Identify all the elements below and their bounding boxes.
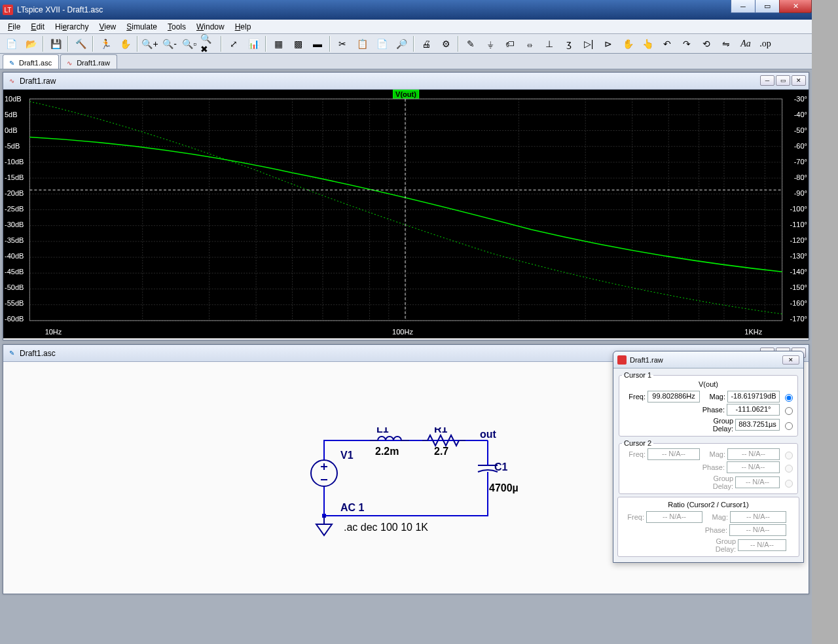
y2-axis-tick: -120°	[790, 236, 807, 244]
cursor-panel-title: Draft1.raw	[630, 356, 663, 364]
svg-text:out: out	[480, 429, 497, 440]
title-bar: LT LTspice XVII - Draft1.asc ─ ▭ ✕	[0, 0, 812, 20]
zoom-in-icon[interactable]: 🔍+	[141, 35, 159, 52]
close-win-icon[interactable]: ▬	[308, 35, 327, 52]
cascade-icon[interactable]: ▩	[289, 35, 307, 52]
print-icon[interactable]: 🖨	[417, 35, 435, 52]
schematic-icon: ✎	[7, 349, 16, 358]
menu-edit[interactable]: Edit	[26, 21, 50, 33]
redo-icon[interactable]: ↷	[678, 35, 696, 52]
menu-help[interactable]: Help	[230, 21, 257, 33]
cursor1-gd-radio[interactable]	[785, 422, 793, 430]
cursor1-phase-radio[interactable]	[785, 407, 793, 415]
pick-trace-icon[interactable]: 📊	[244, 35, 263, 52]
component-icon[interactable]: ⊳	[599, 35, 617, 52]
cursor1-freq-field[interactable]: 99.802886Hz	[647, 391, 700, 402]
mirror-icon[interactable]: ⇋	[717, 35, 735, 52]
diode-icon[interactable]: ▷|	[579, 35, 598, 52]
menu-window[interactable]: Window	[191, 21, 230, 33]
save-icon[interactable]: 💾	[46, 35, 65, 52]
cursor-ratio-section: Ratio (Cursor2 / Cursor1) Freq: -- N/A--…	[617, 497, 799, 557]
move-icon[interactable]: ✋	[619, 35, 637, 52]
plot-area[interactable]: V(out) 10dB5dB0dB-5dB-10dB-15dB-20dB-25d…	[3, 90, 809, 338]
spice-directive-icon[interactable]: .op	[756, 35, 774, 52]
zoom-fit-icon[interactable]: 🔍▫	[180, 35, 198, 52]
copy-icon[interactable]: 📋	[353, 35, 371, 52]
plot-maximize-button[interactable]: ▭	[776, 75, 790, 86]
menu-hierarchy[interactable]: Hierarchy	[50, 21, 94, 33]
menu-file[interactable]: File	[3, 21, 26, 33]
cursor2-section: Cursor 2 Freq: -- N/A-- Mag: -- N/A-- Ph…	[619, 439, 798, 494]
menu-tools[interactable]: Tools	[162, 21, 191, 33]
halt-icon[interactable]: ✋	[116, 35, 134, 52]
mag-label: Mag:	[702, 393, 725, 401]
tab-draft1-asc[interactable]: ✎Draft1.asc	[3, 54, 59, 69]
menu-simulate[interactable]: Simulate	[121, 21, 162, 33]
cursor1-mag-radio[interactable]	[785, 394, 793, 402]
print-setup-icon[interactable]: ⚙	[437, 35, 455, 52]
window-close-button[interactable]: ✕	[779, 0, 812, 13]
y2-axis-tick: -100°	[790, 205, 807, 213]
zoom-out-icon[interactable]: 🔍-	[160, 35, 179, 52]
run-icon[interactable]: 🏃	[96, 35, 115, 52]
tile-icon[interactable]: ▦	[269, 35, 287, 52]
menu-view[interactable]: View	[94, 21, 121, 33]
x-axis-tick: 1KHz	[744, 328, 762, 336]
y2-axis-tick: -140°	[790, 268, 807, 276]
cursor1-phase-field[interactable]: -111.0621°	[727, 404, 780, 416]
find-icon[interactable]: 🔎	[392, 35, 410, 52]
cursor-panel-title-bar[interactable]: Draft1.raw ✕	[613, 351, 803, 368]
cursor-info-panel[interactable]: Draft1.raw ✕ Cursor 1 V(out) Freq: 99.80…	[613, 351, 804, 563]
svg-text:C1: C1	[494, 461, 508, 473]
ground-icon[interactable]: ⏚	[481, 35, 500, 52]
schematic-icon: ✎	[7, 58, 16, 67]
plot-close-button[interactable]: ✕	[792, 75, 806, 86]
svg-text:V1: V1	[340, 450, 354, 461]
drag-icon[interactable]: 👆	[638, 35, 657, 52]
y-axis-tick: 10dB	[5, 95, 22, 103]
groupdelay-label: Group Delay:	[693, 417, 733, 433]
draw-wire-icon[interactable]: ✎	[462, 35, 480, 52]
y2-axis-tick: -30°	[794, 95, 807, 103]
y-axis-tick: 5dB	[5, 111, 18, 118]
text-icon[interactable]: Aa	[737, 35, 755, 52]
open-icon[interactable]: 📂	[22, 35, 40, 52]
plot-window-header[interactable]: ∿ Draft1.raw ─ ▭ ✕	[3, 73, 809, 90]
y2-axis-tick: -70°	[794, 158, 807, 166]
ratio-phase-field: -- N/A--	[729, 524, 786, 536]
cursor1-trace-label: V(out)	[622, 380, 795, 388]
zoom-back-icon[interactable]: 🔍✖	[200, 35, 218, 52]
y2-axis-tick: -130°	[790, 252, 807, 260]
document-tabs: ✎Draft1.asc ∿Draft1.raw	[0, 54, 812, 69]
resistor-icon[interactable]: ⏛	[520, 35, 539, 52]
app-icon: LT	[3, 5, 13, 15]
window-maximize-button[interactable]: ▭	[755, 0, 780, 13]
undo-icon[interactable]: ↶	[658, 35, 676, 52]
y2-axis-tick: -150°	[790, 283, 807, 291]
schematic-window-title: Draft1.asc	[20, 349, 56, 358]
y2-axis-tick: -160°	[790, 299, 807, 307]
waveform-icon: ∿	[65, 58, 74, 67]
cursor1-mag-field[interactable]: -18.619719dB	[727, 391, 780, 402]
rotate-icon[interactable]: ⟲	[697, 35, 716, 52]
y-axis-tick: -60dB	[5, 315, 24, 323]
label-net-icon[interactable]: 🏷	[501, 35, 519, 52]
tab-draft1-raw[interactable]: ∿Draft1.raw	[60, 54, 117, 69]
cursor1-gd-field[interactable]: 883.7251µs	[735, 419, 780, 431]
paste-icon[interactable]: 📄	[373, 35, 391, 52]
y-axis-tick: 0dB	[5, 126, 18, 134]
cursor-panel-close-button[interactable]: ✕	[782, 355, 799, 365]
autorange-icon[interactable]: ⤢	[225, 35, 243, 52]
inductor-icon[interactable]: ʒ	[560, 35, 578, 52]
control-panel-icon[interactable]: 🔨	[71, 35, 90, 52]
new-schematic-icon[interactable]: 📄	[2, 35, 20, 52]
capacitor-icon[interactable]: ⊥	[540, 35, 558, 52]
cut-icon[interactable]: ✂	[333, 35, 352, 52]
plot-window: ∿ Draft1.raw ─ ▭ ✕ V(out)	[3, 72, 809, 340]
cursor2-phase-field: -- N/A--	[727, 461, 780, 473]
ratio-gd-field: -- N/A--	[738, 539, 786, 551]
window-minimize-button[interactable]: ─	[731, 0, 756, 13]
y-axis-tick: -35dB	[5, 236, 24, 244]
cursor2-gd-radio	[785, 480, 793, 488]
plot-minimize-button[interactable]: ─	[760, 75, 774, 86]
